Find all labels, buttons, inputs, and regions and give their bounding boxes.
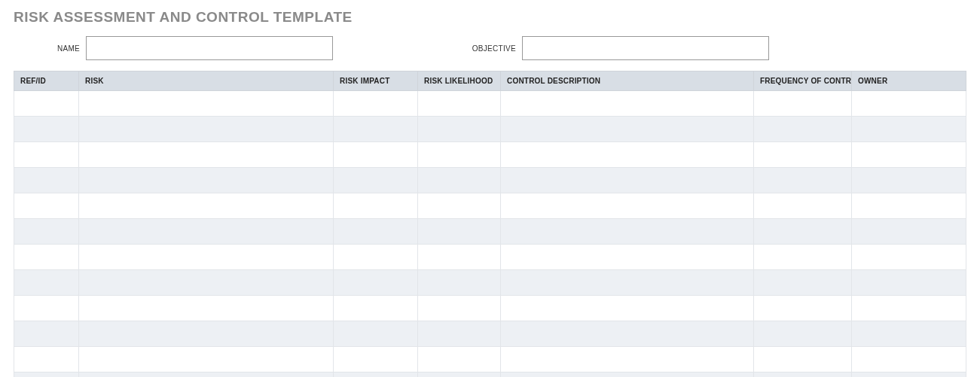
table-row: [14, 372, 966, 378]
cell-frequency[interactable]: [754, 321, 852, 347]
cell-controldesc[interactable]: [501, 168, 754, 193]
cell-impact[interactable]: [334, 245, 418, 270]
cell-risk[interactable]: [79, 219, 334, 245]
cell-owner[interactable]: [852, 193, 966, 219]
cell-likelihood[interactable]: [418, 193, 501, 219]
cell-controldesc[interactable]: [501, 296, 754, 321]
cell-likelihood[interactable]: [418, 91, 501, 117]
cell-impact[interactable]: [334, 347, 418, 372]
table-row: [14, 296, 966, 321]
cell-impact[interactable]: [334, 193, 418, 219]
cell-frequency[interactable]: [754, 372, 852, 378]
cell-risk[interactable]: [79, 270, 334, 296]
cell-likelihood[interactable]: [418, 270, 501, 296]
risk-table: REF/ID RISK RISK IMPACT RISK LIKELIHOOD …: [14, 71, 966, 377]
cell-likelihood[interactable]: [418, 142, 501, 168]
cell-frequency[interactable]: [754, 193, 852, 219]
cell-ref[interactable]: [14, 219, 79, 245]
cell-owner[interactable]: [852, 91, 966, 117]
cell-frequency[interactable]: [754, 117, 852, 142]
objective-input[interactable]: [522, 36, 769, 60]
cell-likelihood[interactable]: [418, 168, 501, 193]
cell-likelihood[interactable]: [418, 321, 501, 347]
cell-ref[interactable]: [14, 117, 79, 142]
cell-impact[interactable]: [334, 142, 418, 168]
cell-risk[interactable]: [79, 296, 334, 321]
cell-frequency[interactable]: [754, 347, 852, 372]
cell-ref[interactable]: [14, 245, 79, 270]
cell-owner[interactable]: [852, 142, 966, 168]
cell-frequency[interactable]: [754, 296, 852, 321]
table-row: [14, 193, 966, 219]
cell-frequency[interactable]: [754, 245, 852, 270]
cell-controldesc[interactable]: [501, 117, 754, 142]
cell-risk[interactable]: [79, 168, 334, 193]
cell-owner[interactable]: [852, 372, 966, 378]
cell-ref[interactable]: [14, 142, 79, 168]
cell-controldesc[interactable]: [501, 347, 754, 372]
cell-likelihood[interactable]: [418, 347, 501, 372]
cell-ref[interactable]: [14, 347, 79, 372]
cell-ref[interactable]: [14, 91, 79, 117]
cell-ref[interactable]: [14, 296, 79, 321]
col-header-likelihood: RISK LIKELIHOOD: [418, 71, 501, 91]
cell-owner[interactable]: [852, 270, 966, 296]
table-row: [14, 117, 966, 142]
cell-likelihood[interactable]: [418, 296, 501, 321]
cell-owner[interactable]: [852, 296, 966, 321]
cell-owner[interactable]: [852, 347, 966, 372]
cell-frequency[interactable]: [754, 142, 852, 168]
cell-risk[interactable]: [79, 193, 334, 219]
cell-likelihood[interactable]: [418, 245, 501, 270]
cell-ref[interactable]: [14, 372, 79, 378]
name-input[interactable]: [86, 36, 333, 60]
cell-impact[interactable]: [334, 270, 418, 296]
cell-impact[interactable]: [334, 296, 418, 321]
cell-impact[interactable]: [334, 219, 418, 245]
cell-frequency[interactable]: [754, 91, 852, 117]
cell-impact[interactable]: [334, 117, 418, 142]
cell-likelihood[interactable]: [418, 219, 501, 245]
col-header-controldesc: CONTROL DESCRIPTION: [501, 71, 754, 91]
cell-owner[interactable]: [852, 245, 966, 270]
cell-risk[interactable]: [79, 245, 334, 270]
cell-risk[interactable]: [79, 347, 334, 372]
cell-controldesc[interactable]: [501, 321, 754, 347]
table-row: [14, 91, 966, 117]
cell-risk[interactable]: [79, 372, 334, 378]
cell-ref[interactable]: [14, 270, 79, 296]
cell-impact[interactable]: [334, 168, 418, 193]
cell-owner[interactable]: [852, 168, 966, 193]
table-row: [14, 245, 966, 270]
page-title: RISK ASSESSMENT AND CONTROL TEMPLATE: [14, 9, 966, 26]
cell-likelihood[interactable]: [418, 117, 501, 142]
cell-owner[interactable]: [852, 117, 966, 142]
cell-impact[interactable]: [334, 91, 418, 117]
cell-likelihood[interactable]: [418, 372, 501, 378]
table-row: [14, 347, 966, 372]
name-label: NAME: [14, 44, 80, 53]
cell-controldesc[interactable]: [501, 193, 754, 219]
cell-frequency[interactable]: [754, 270, 852, 296]
cell-risk[interactable]: [79, 142, 334, 168]
cell-owner[interactable]: [852, 219, 966, 245]
cell-risk[interactable]: [79, 91, 334, 117]
cell-controldesc[interactable]: [501, 219, 754, 245]
table-row: [14, 142, 966, 168]
cell-ref[interactable]: [14, 321, 79, 347]
cell-impact[interactable]: [334, 372, 418, 378]
cell-controldesc[interactable]: [501, 270, 754, 296]
cell-controldesc[interactable]: [501, 372, 754, 378]
cell-risk[interactable]: [79, 321, 334, 347]
cell-controldesc[interactable]: [501, 91, 754, 117]
cell-controldesc[interactable]: [501, 142, 754, 168]
cell-ref[interactable]: [14, 193, 79, 219]
cell-controldesc[interactable]: [501, 245, 754, 270]
cell-frequency[interactable]: [754, 219, 852, 245]
cell-frequency[interactable]: [754, 168, 852, 193]
cell-ref[interactable]: [14, 168, 79, 193]
cell-impact[interactable]: [334, 321, 418, 347]
cell-risk[interactable]: [79, 117, 334, 142]
cell-owner[interactable]: [852, 321, 966, 347]
table-header-row: REF/ID RISK RISK IMPACT RISK LIKELIHOOD …: [14, 71, 966, 91]
